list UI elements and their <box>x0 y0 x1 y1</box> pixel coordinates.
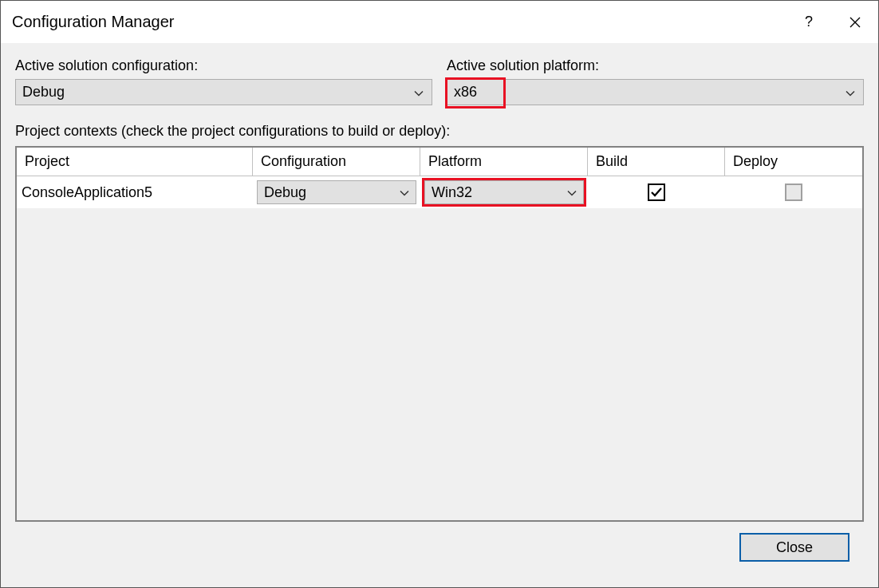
active-config-dropdown[interactable]: Debug <box>15 79 432 105</box>
col-header-platform[interactable]: Platform <box>420 148 588 176</box>
active-config-label: Active solution configuration: <box>15 57 432 74</box>
active-platform-dropdown[interactable]: x86 <box>447 79 864 105</box>
col-header-configuration[interactable]: Configuration <box>253 148 420 176</box>
active-platform-value: x86 <box>454 84 477 101</box>
col-header-project[interactable]: Project <box>17 148 253 176</box>
dialog-footer: Close <box>15 522 864 573</box>
row-configuration-dropdown[interactable]: Debug <box>257 180 416 204</box>
row-platform-value: Win32 <box>432 184 472 201</box>
configuration-manager-window: Configuration Manager ? Active solution … <box>0 0 879 588</box>
table-row: ConsoleApplication5 Debug Win32 <box>17 176 862 208</box>
close-button-label: Close <box>776 539 813 556</box>
chevron-down-icon <box>567 184 577 201</box>
deploy-checkbox <box>785 184 802 201</box>
build-checkbox[interactable] <box>648 184 665 201</box>
grid-body: ConsoleApplication5 Debug Win32 <box>17 176 862 520</box>
close-icon <box>849 17 861 28</box>
project-contexts-grid: Project Configuration Platform Build Dep… <box>15 146 864 522</box>
row-configuration-value: Debug <box>264 184 306 201</box>
close-button[interactable]: Close <box>739 533 849 562</box>
chevron-down-icon <box>400 184 409 201</box>
active-platform-label: Active solution platform: <box>447 57 864 74</box>
window-title: Configuration Manager <box>12 13 786 31</box>
col-header-build[interactable]: Build <box>588 148 725 176</box>
row-platform-dropdown[interactable]: Win32 <box>424 180 584 204</box>
cell-project: ConsoleApplication5 <box>17 176 253 208</box>
dialog-body: Active solution configuration: Debug Act… <box>1 43 878 587</box>
active-config-value: Debug <box>22 84 65 101</box>
chevron-down-icon <box>845 84 855 101</box>
grid-header: Project Configuration Platform Build Dep… <box>17 148 862 176</box>
chevron-down-icon <box>414 84 424 101</box>
titlebar: Configuration Manager ? <box>1 1 878 43</box>
close-window-button[interactable] <box>832 1 878 43</box>
help-button[interactable]: ? <box>786 1 832 43</box>
help-icon: ? <box>805 14 813 30</box>
project-contexts-label: Project contexts (check the project conf… <box>15 123 864 140</box>
col-header-deploy[interactable]: Deploy <box>725 148 862 176</box>
